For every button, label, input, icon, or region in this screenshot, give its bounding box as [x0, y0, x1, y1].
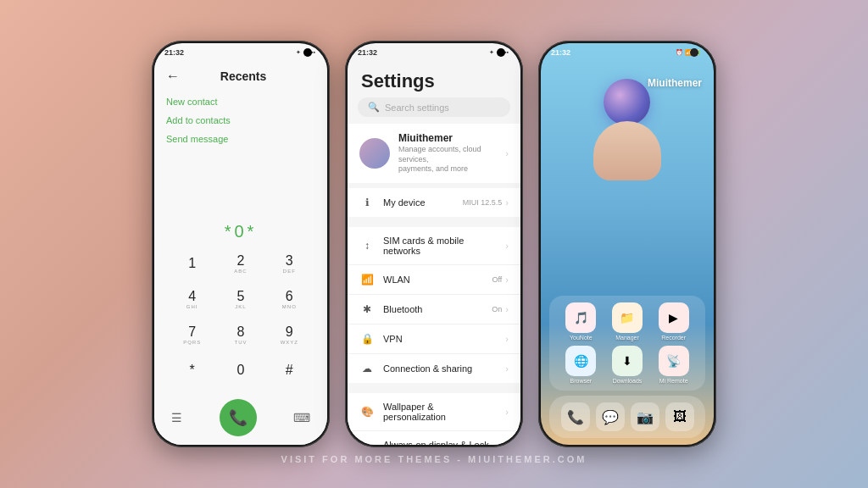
key-4[interactable]: 4GHI — [169, 282, 215, 316]
search-icon: 🔍 — [368, 102, 380, 113]
settings-search-bar[interactable]: 🔍 Search settings — [358, 97, 510, 117]
call-button[interactable]: 📞 — [220, 399, 257, 436]
vpn-icon: 🔒 — [359, 333, 375, 345]
status-time-1: 21:32 — [164, 48, 184, 57]
orb-art — [585, 79, 670, 180]
dialer-screen: ← Recents New contact Add to contacts Se… — [154, 62, 327, 445]
sim-icon: ↕ — [359, 240, 375, 252]
item-right-wlan: Off › — [492, 274, 509, 285]
app-recorder[interactable]: ▶ Recorder — [659, 302, 689, 341]
recents-title: Recents — [188, 69, 298, 83]
hand-shape — [593, 121, 661, 180]
key-8[interactable]: 8TUV — [217, 318, 264, 352]
app-row-2: 🌐 Browser ⬇ Downloads 📡 Mi Remote — [558, 346, 697, 384]
item-label-aod: Always-on display & Lock screen — [383, 440, 497, 445]
settings-screen: Settings 🔍 Search settings Miuithemer Ma… — [348, 62, 520, 445]
back-arrow-icon[interactable]: ← — [166, 69, 180, 84]
connection-icon: ☁ — [359, 363, 375, 374]
key-0[interactable]: 0 — [217, 353, 264, 387]
home-screen: Miuithemer 🎵 YouNote 📁 Manager — [541, 62, 714, 445]
item-label-wlan: WLAN — [383, 274, 483, 285]
miremote-icon: 📡 — [659, 346, 689, 376]
dock-messages[interactable]: 💬 — [596, 402, 625, 431]
keypad: 1 2ABC 3DEF 4GHI 5JKL 6MNO 7PQRS 8TUV 9W… — [169, 247, 313, 387]
item-label-wallpaper: Wallpaper & personalization — [383, 402, 497, 422]
dock-phone[interactable]: 📞 — [561, 402, 590, 431]
device-icon: ℹ — [359, 197, 375, 208]
aod-item[interactable]: ⏱ Always-on display & Lock screen › — [348, 431, 520, 445]
wallpaper-item[interactable]: 🎨 Wallpaper & personalization › — [348, 393, 520, 431]
connection-sharing-item[interactable]: ☁ Connection & sharing › — [348, 354, 520, 383]
dialer-bottom-bar: ☰ 📞 ⌨ — [154, 394, 327, 445]
dialer-number: *0* — [225, 222, 258, 241]
wlan-item[interactable]: 📶 WLAN Off › — [348, 265, 520, 295]
key-9[interactable]: 9WXYZ — [266, 318, 313, 352]
app-younote[interactable]: 🎵 YouNote — [565, 302, 596, 341]
settings-profile-item[interactable]: Miuithemer Manage accounts, cloud servic… — [348, 124, 520, 183]
item-right-device: MIUI 12.5.5 › — [463, 197, 509, 208]
item-label-vpn: VPN — [383, 334, 497, 344]
item-label-connection: Connection & sharing — [383, 363, 497, 374]
keypad-icon[interactable]: ⌨ — [293, 411, 310, 424]
menu-icon[interactable]: ☰ — [171, 411, 182, 424]
phone-dialer: 21:32 ✦ ✦ ▪▪▪ ← Recents New contact Add … — [152, 41, 330, 447]
younote-icon: 🎵 — [565, 302, 596, 333]
item-label-device: My device — [383, 197, 454, 208]
key-5[interactable]: 5JKL — [217, 282, 264, 316]
app-miremote[interactable]: 📡 Mi Remote — [659, 346, 689, 384]
key-2[interactable]: 2ABC — [217, 247, 264, 280]
app-manager[interactable]: 📁 Manager — [612, 302, 643, 341]
vpn-item[interactable]: 🔒 VPN › — [348, 324, 520, 354]
dialer-input-area: *0* 1 2ABC 3DEF 4GHI 5JKL 6MNO 7PQRS 8TU… — [154, 152, 327, 394]
app-browser[interactable]: 🌐 Browser — [565, 346, 596, 384]
avatar — [359, 138, 390, 169]
send-message-link[interactable]: Send message — [166, 130, 315, 148]
status-time-3: 21:32 — [551, 48, 570, 57]
personalization-group: 🎨 Wallpaper & personalization › ⏱ Always… — [348, 393, 520, 445]
browser-icon: 🌐 — [565, 346, 596, 376]
key-7[interactable]: 7PQRS — [169, 318, 215, 352]
bluetooth-item[interactable]: ✱ Bluetooth On › — [348, 295, 520, 324]
sim-cards-item[interactable]: ↕ SIM cards & mobile networks › — [348, 227, 520, 265]
dialer-header: ← Recents — [154, 62, 327, 89]
profile-desc: Manage accounts, cloud services,payments… — [398, 145, 497, 175]
aod-icon: ⏱ — [359, 444, 375, 445]
settings-title: Settings — [348, 62, 520, 97]
item-label-bt: Bluetooth — [383, 304, 483, 314]
key-1[interactable]: 1 — [169, 247, 215, 280]
chevron-right-vpn: › — [505, 334, 509, 344]
chevron-right-device: › — [505, 197, 509, 208]
punch-hole-3 — [690, 48, 698, 57]
item-right-bt: On › — [492, 304, 509, 314]
key-6[interactable]: 6MNO — [266, 282, 313, 316]
new-contact-link[interactable]: New contact — [166, 92, 315, 111]
network-group: ↕ SIM cards & mobile networks › 📶 WLAN O… — [348, 227, 520, 383]
app-grid: 🎵 YouNote 📁 Manager ▶ Recorder 🌐 — [549, 296, 705, 391]
dock-gallery[interactable]: 🖼 — [665, 402, 694, 431]
phone-settings: 21:32 ✦ ✦ ▪▪▪ Settings 🔍 Search settings… — [345, 41, 523, 447]
key-star[interactable]: * — [169, 353, 215, 387]
item-label-sim: SIM cards & mobile networks — [383, 236, 497, 256]
chevron-right-connection: › — [505, 363, 509, 374]
downloads-icon: ⬇ — [612, 346, 643, 376]
manager-icon: 📁 — [612, 302, 643, 333]
recorder-icon: ▶ — [659, 302, 689, 333]
my-device-item[interactable]: ℹ My device MIUI 12.5.5 › — [348, 188, 520, 217]
status-bar-1: 21:32 ✦ ✦ ▪▪▪ — [154, 43, 327, 62]
dock-camera[interactable]: 📷 — [631, 402, 659, 431]
key-3[interactable]: 3DEF — [266, 247, 313, 280]
app-row-1: 🎵 YouNote 📁 Manager ▶ Recorder — [558, 302, 697, 341]
home-dock: 📞 💬 📷 🖼 — [549, 396, 705, 438]
key-hash[interactable]: # — [266, 353, 313, 387]
add-contact-link[interactable]: Add to contacts — [166, 111, 315, 130]
bluetooth-icon: ✱ — [359, 303, 375, 315]
status-bar-3: 21:32 ⏰ 📶 🔋 — [541, 43, 714, 62]
recents-actions: New contact Add to contacts Send message — [154, 89, 327, 152]
app-downloads[interactable]: ⬇ Downloads — [612, 346, 643, 384]
watermark: VISIT FOR MORE THEMES - MIUITHEMER.COM — [281, 454, 587, 464]
punch-hole-2 — [497, 48, 505, 57]
chevron-right-wlan: › — [505, 274, 509, 285]
status-time-2: 21:32 — [358, 48, 377, 57]
search-placeholder: Search settings — [385, 103, 449, 113]
orb-sphere — [604, 79, 650, 125]
